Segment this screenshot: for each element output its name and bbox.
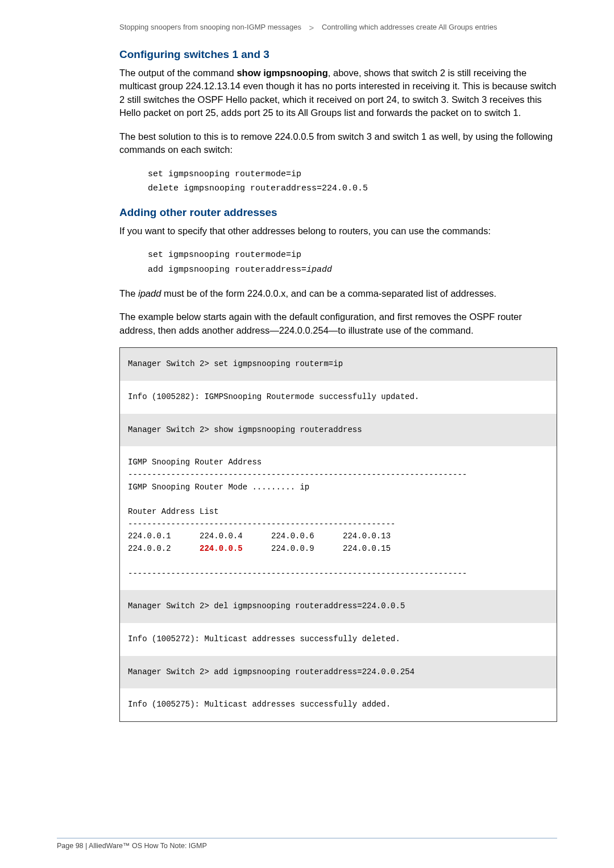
p2-ital: ipadd xyxy=(138,288,161,298)
section2-p1: If you want to specify that other addres… xyxy=(119,225,557,238)
p2-frag-b: must be of the form 224.0.0.x, and can b… xyxy=(161,288,496,298)
code-line-4: add igmpsnooping routeraddress=ipadd xyxy=(148,263,557,277)
term-out-2: Info (1005272): Multicast addresses succ… xyxy=(120,623,557,656)
term-out-1: Info (1005282): IGMPSnooping Routermode … xyxy=(120,381,557,414)
p2-frag-a: The xyxy=(119,288,138,298)
term-out-3: Info (1005275): Multicast addresses succ… xyxy=(120,688,557,721)
section1-code: set igmpsnooping routermode=ip delete ig… xyxy=(119,167,557,196)
crumb-separator: > xyxy=(309,23,314,32)
code-line-3: set igmpsnooping routermode=ip xyxy=(148,248,557,263)
crumb-part1: Stopping snoopers from snooping non-IGMP… xyxy=(119,23,301,31)
footer-divider xyxy=(57,838,557,838)
page-footer: Page 98 | AlliedWare™ OS How To Note: IG… xyxy=(57,842,207,850)
term-cmd-2: Manager Switch 2> show igmpsnooping rout… xyxy=(120,414,557,447)
section1-heading: Configuring switches 1 and 3 xyxy=(119,48,557,61)
p1-bold: show igmpsnooping xyxy=(237,68,327,78)
term-cmd-3: Manager Switch 2> del igmpsnooping route… xyxy=(120,590,557,623)
breadcrumb: Stopping snoopers from snooping non-IGMP… xyxy=(119,23,557,32)
section2-p3: The example below starts again with the … xyxy=(119,310,557,337)
term-cmd-1: Manager Switch 2> set igmpsnooping route… xyxy=(120,348,557,381)
section2-code: set igmpsnooping routermode=ip add igmps… xyxy=(119,248,557,277)
term-block-pre: IGMP Snooping Router Address -----------… xyxy=(128,456,549,580)
term-block-a: IGMP Snooping Router Address -----------… xyxy=(128,458,467,553)
p1-frag-a: The output of the command xyxy=(119,68,237,78)
terminal-output: Manager Switch 2> set igmpsnooping route… xyxy=(119,347,557,722)
term-cmd-4: Manager Switch 2> add igmpsnooping route… xyxy=(120,656,557,689)
section1-p1: The output of the command show igmpsnoop… xyxy=(119,67,557,120)
term-block-hl: 224.0.0.5 xyxy=(200,544,243,553)
term-block: IGMP Snooping Router Address -----------… xyxy=(120,446,557,590)
section2-p2: The ipadd must be of the form 224.0.0.x,… xyxy=(119,287,557,300)
code-4a: add igmpsnooping routeraddress= xyxy=(148,265,306,275)
code-line-1: set igmpsnooping routermode=ip xyxy=(148,167,557,182)
section2-heading: Adding other router addresses xyxy=(119,206,557,219)
section1-p2: The best solution to this is to remove 2… xyxy=(119,130,557,157)
code-line-2: delete igmpsnooping routeraddress=224.0.… xyxy=(148,181,557,196)
code-4b: ipadd xyxy=(306,265,332,275)
crumb-part2: Controlling which addresses create All G… xyxy=(322,23,497,31)
